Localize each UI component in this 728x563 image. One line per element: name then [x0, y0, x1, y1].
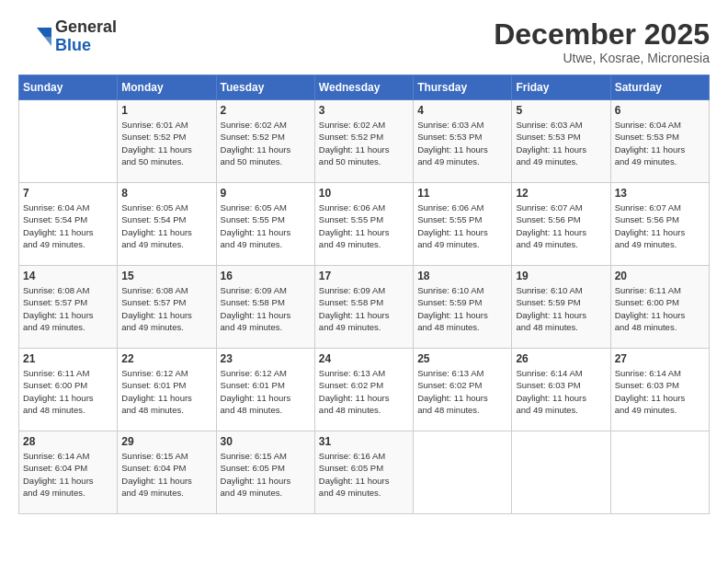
day-number: 14: [23, 270, 113, 282]
calendar-cell: 19Sunrise: 6:10 AM Sunset: 5:59 PM Dayli…: [512, 266, 610, 349]
calendar-cell: 28Sunrise: 6:14 AM Sunset: 6:04 PM Dayli…: [19, 431, 118, 514]
calendar-cell: 7Sunrise: 6:04 AM Sunset: 5:54 PM Daylig…: [19, 183, 118, 266]
day-info: Sunrise: 6:12 AM Sunset: 6:01 PM Dayligh…: [121, 367, 211, 416]
day-info: Sunrise: 6:14 AM Sunset: 6:03 PM Dayligh…: [516, 367, 606, 416]
day-number: 21: [23, 352, 113, 365]
day-info: Sunrise: 6:04 AM Sunset: 5:53 PM Dayligh…: [615, 119, 705, 167]
day-number: 27: [615, 352, 705, 365]
day-number: 12: [516, 187, 606, 200]
calendar-cell: 6Sunrise: 6:04 AM Sunset: 5:53 PM Daylig…: [610, 100, 709, 183]
day-number: 9: [221, 187, 311, 200]
day-number: 16: [221, 270, 311, 282]
day-number: 23: [221, 352, 311, 365]
day-info: Sunrise: 6:02 AM Sunset: 5:52 PM Dayligh…: [221, 119, 311, 167]
calendar-cell: 21Sunrise: 6:11 AM Sunset: 6:00 PM Dayli…: [19, 349, 118, 431]
day-number: 11: [417, 187, 507, 200]
calendar-cell: 17Sunrise: 6:09 AM Sunset: 5:58 PM Dayli…: [314, 266, 413, 349]
calendar-cell: 13Sunrise: 6:07 AM Sunset: 5:56 PM Dayli…: [610, 183, 709, 266]
day-number: 15: [121, 270, 211, 282]
calendar-header-row: SundayMondayTuesdayWednesdayThursdayFrid…: [19, 75, 710, 100]
weekday-header: Wednesday: [314, 75, 413, 100]
day-number: 5: [516, 104, 606, 117]
calendar-cell: 18Sunrise: 6:10 AM Sunset: 5:59 PM Dayli…: [414, 266, 512, 349]
day-info: Sunrise: 6:14 AM Sunset: 6:03 PM Dayligh…: [615, 367, 705, 416]
day-number: 13: [615, 187, 705, 200]
logo-blue: Blue: [55, 36, 91, 54]
calendar-cell: 1Sunrise: 6:01 AM Sunset: 5:52 PM Daylig…: [118, 100, 216, 183]
day-number: 10: [319, 187, 409, 200]
day-number: 4: [417, 104, 507, 117]
weekday-header: Thursday: [414, 75, 512, 100]
day-info: Sunrise: 6:14 AM Sunset: 6:04 PM Dayligh…: [23, 450, 113, 499]
day-info: Sunrise: 6:01 AM Sunset: 5:52 PM Dayligh…: [121, 119, 211, 167]
weekday-header: Monday: [118, 75, 216, 100]
logo: General Blue: [18, 18, 117, 55]
day-info: Sunrise: 6:11 AM Sunset: 6:00 PM Dayligh…: [23, 367, 113, 416]
calendar-cell: 20Sunrise: 6:11 AM Sunset: 6:00 PM Dayli…: [610, 266, 709, 349]
day-info: Sunrise: 6:12 AM Sunset: 6:01 PM Dayligh…: [221, 367, 311, 416]
calendar-cell: 25Sunrise: 6:13 AM Sunset: 6:02 PM Dayli…: [414, 349, 512, 431]
day-info: Sunrise: 6:04 AM Sunset: 5:54 PM Dayligh…: [23, 201, 113, 250]
calendar-cell: [512, 431, 610, 514]
day-info: Sunrise: 6:06 AM Sunset: 5:55 PM Dayligh…: [417, 201, 507, 250]
day-number: 30: [221, 435, 311, 448]
calendar-cell: 2Sunrise: 6:02 AM Sunset: 5:52 PM Daylig…: [216, 100, 314, 183]
day-info: Sunrise: 6:15 AM Sunset: 6:04 PM Dayligh…: [121, 450, 211, 499]
calendar-cell: 14Sunrise: 6:08 AM Sunset: 5:57 PM Dayli…: [19, 266, 118, 349]
day-number: 26: [516, 352, 606, 365]
weekday-header: Tuesday: [216, 75, 314, 100]
calendar-cell: 31Sunrise: 6:16 AM Sunset: 6:05 PM Dayli…: [314, 431, 413, 514]
logo-icon: [18, 24, 51, 50]
calendar-cell: 16Sunrise: 6:09 AM Sunset: 5:58 PM Dayli…: [216, 266, 314, 349]
calendar-cell: 12Sunrise: 6:07 AM Sunset: 5:56 PM Dayli…: [512, 183, 610, 266]
day-info: Sunrise: 6:05 AM Sunset: 5:54 PM Dayligh…: [121, 201, 211, 250]
day-number: 6: [615, 104, 705, 117]
calendar-cell: 10Sunrise: 6:06 AM Sunset: 5:55 PM Dayli…: [314, 183, 413, 266]
calendar-cell: 22Sunrise: 6:12 AM Sunset: 6:01 PM Dayli…: [118, 349, 216, 431]
day-number: 24: [319, 352, 409, 365]
page-header: General Blue December 2025 Utwe, Kosrae,…: [18, 18, 710, 65]
calendar-cell: 29Sunrise: 6:15 AM Sunset: 6:04 PM Dayli…: [118, 431, 216, 514]
calendar-cell: 5Sunrise: 6:03 AM Sunset: 5:53 PM Daylig…: [512, 100, 610, 183]
calendar-cell: 8Sunrise: 6:05 AM Sunset: 5:54 PM Daylig…: [118, 183, 216, 266]
weekday-header: Saturday: [610, 75, 709, 100]
day-info: Sunrise: 6:16 AM Sunset: 6:05 PM Dayligh…: [319, 450, 409, 499]
day-info: Sunrise: 6:10 AM Sunset: 5:59 PM Dayligh…: [516, 284, 606, 333]
day-info: Sunrise: 6:05 AM Sunset: 5:55 PM Dayligh…: [221, 201, 311, 250]
calendar-week-row: 21Sunrise: 6:11 AM Sunset: 6:00 PM Dayli…: [19, 349, 710, 431]
calendar-cell: 15Sunrise: 6:08 AM Sunset: 5:57 PM Dayli…: [118, 266, 216, 349]
day-number: 19: [516, 270, 606, 282]
day-info: Sunrise: 6:13 AM Sunset: 6:02 PM Dayligh…: [417, 367, 507, 416]
calendar-week-row: 14Sunrise: 6:08 AM Sunset: 5:57 PM Dayli…: [19, 266, 710, 349]
calendar-week-row: 28Sunrise: 6:14 AM Sunset: 6:04 PM Dayli…: [19, 431, 710, 514]
day-number: 18: [417, 270, 507, 282]
location: Utwe, Kosrae, Micronesia: [494, 51, 710, 65]
day-info: Sunrise: 6:10 AM Sunset: 5:59 PM Dayligh…: [417, 284, 507, 333]
day-info: Sunrise: 6:11 AM Sunset: 6:00 PM Dayligh…: [615, 284, 705, 333]
day-info: Sunrise: 6:08 AM Sunset: 5:57 PM Dayligh…: [121, 284, 211, 333]
calendar-table: SundayMondayTuesdayWednesdayThursdayFrid…: [18, 75, 710, 514]
calendar-cell: 4Sunrise: 6:03 AM Sunset: 5:53 PM Daylig…: [414, 100, 512, 183]
calendar-cell: 11Sunrise: 6:06 AM Sunset: 5:55 PM Dayli…: [414, 183, 512, 266]
logo-general: General: [55, 17, 117, 36]
day-info: Sunrise: 6:07 AM Sunset: 5:56 PM Dayligh…: [516, 201, 606, 250]
day-info: Sunrise: 6:08 AM Sunset: 5:57 PM Dayligh…: [23, 284, 113, 333]
day-number: 8: [121, 187, 211, 200]
day-info: Sunrise: 6:06 AM Sunset: 5:55 PM Dayligh…: [319, 201, 409, 250]
month-title: December 2025: [494, 18, 710, 51]
weekday-header: Sunday: [19, 75, 118, 100]
day-number: 17: [319, 270, 409, 282]
day-info: Sunrise: 6:09 AM Sunset: 5:58 PM Dayligh…: [319, 284, 409, 333]
calendar-cell: [19, 100, 118, 183]
day-info: Sunrise: 6:02 AM Sunset: 5:52 PM Dayligh…: [319, 119, 409, 167]
calendar-cell: 24Sunrise: 6:13 AM Sunset: 6:02 PM Dayli…: [314, 349, 413, 431]
day-number: 1: [121, 104, 211, 117]
day-number: 2: [221, 104, 311, 117]
day-number: 3: [319, 104, 409, 117]
calendar-week-row: 7Sunrise: 6:04 AM Sunset: 5:54 PM Daylig…: [19, 183, 710, 266]
day-info: Sunrise: 6:09 AM Sunset: 5:58 PM Dayligh…: [221, 284, 311, 333]
calendar-cell: 9Sunrise: 6:05 AM Sunset: 5:55 PM Daylig…: [216, 183, 314, 266]
day-info: Sunrise: 6:07 AM Sunset: 5:56 PM Dayligh…: [615, 201, 705, 250]
calendar-cell: 30Sunrise: 6:15 AM Sunset: 6:05 PM Dayli…: [216, 431, 314, 514]
calendar-cell: 26Sunrise: 6:14 AM Sunset: 6:03 PM Dayli…: [512, 349, 610, 431]
